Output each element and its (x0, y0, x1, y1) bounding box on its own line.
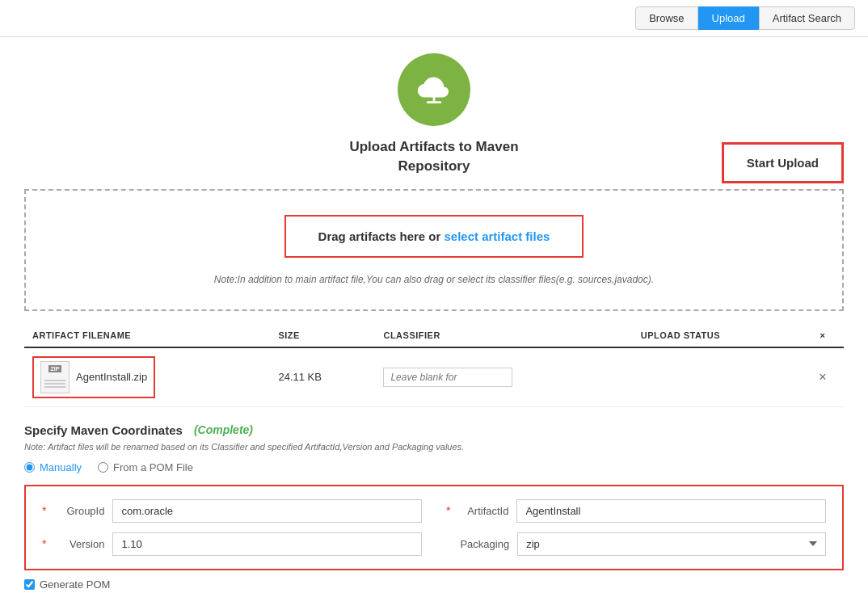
drop-zone[interactable]: Drag artifacts here or select artifact f… (24, 189, 844, 311)
packaging-label: Packaging (460, 538, 509, 550)
version-label: Version (56, 538, 104, 550)
col-remove-header: × (802, 324, 844, 347)
version-input[interactable] (112, 532, 422, 556)
file-cell: ZIP AgentInstall.zip (40, 361, 147, 393)
drop-zone-note: Note:In addition to main artifact file,Y… (214, 274, 654, 285)
artifactid-label: ArtifactId (460, 505, 508, 517)
file-row-highlight: ZIP AgentInstall.zip (32, 356, 155, 398)
table-row: ZIP AgentInstall.zip 24.11 KB (24, 347, 844, 407)
upload-icon-circle (398, 53, 470, 126)
main-content: Upload Artifacts to Maven Repository Sta… (0, 37, 868, 607)
pom-label: From a POM File (113, 461, 193, 473)
maven-title: Specify Maven Coordinates (24, 423, 183, 437)
classifier-cell (375, 347, 632, 407)
size-cell: 24.11 KB (270, 347, 375, 407)
generate-pom-checkbox[interactable] (24, 579, 35, 590)
start-upload-button[interactable]: Start Upload (722, 142, 844, 183)
classifier-input[interactable] (383, 368, 512, 387)
artifactid-field-row: * ArtifactId (446, 499, 826, 523)
packaging-select[interactable]: zip jar war ear pom (517, 532, 826, 556)
version-field-row: * Version (42, 532, 422, 556)
maven-coordinates-section: Specify Maven Coordinates (Complete) Not… (24, 423, 844, 591)
manually-label: Manually (40, 461, 82, 473)
generate-pom-label: Generate POM (40, 578, 110, 591)
file-icon-lines (44, 380, 65, 389)
remove-row-button[interactable]: × (802, 347, 844, 407)
artifact-search-button[interactable]: Artifact Search (759, 6, 855, 30)
browse-button[interactable]: Browse (635, 6, 697, 30)
filename-text: AgentInstall.zip (76, 371, 147, 383)
pom-radio[interactable] (98, 462, 108, 473)
filename-cell: ZIP AgentInstall.zip (24, 347, 270, 407)
zip-label: ZIP (48, 365, 62, 372)
groupid-field-row: * GroupId (42, 499, 422, 523)
manually-radio[interactable] (24, 462, 35, 473)
artifactid-input[interactable] (516, 499, 826, 523)
upload-button[interactable]: Upload (698, 6, 759, 30)
drop-zone-inner: Drag artifacts here or select artifact f… (284, 215, 584, 258)
packaging-field-row: * Packaging zip jar war ear pom (446, 532, 826, 556)
version-required-star: * (42, 537, 46, 550)
upload-cloud-icon (414, 69, 454, 110)
upload-title: Upload Artifacts to Maven Repository (349, 137, 518, 176)
file-icon: ZIP (40, 361, 70, 393)
col-status-header: Upload Status (633, 324, 802, 347)
maven-note: Note: Artifact files will be renamed bas… (24, 442, 844, 452)
generate-pom-row: Generate POM (24, 578, 844, 591)
col-classifier-header: Classifier (375, 324, 632, 347)
radio-row: Manually From a POM File (24, 461, 844, 473)
manually-radio-option[interactable]: Manually (24, 461, 82, 473)
pom-radio-option[interactable]: From a POM File (98, 461, 193, 473)
groupid-required-star: * (42, 504, 46, 517)
status-cell (633, 347, 802, 407)
artifacts-table: Artifact Filename Size Classifier Upload… (24, 324, 844, 407)
artifactid-required-star: * (446, 504, 450, 517)
packaging-spacer: * (446, 537, 450, 550)
maven-header: Specify Maven Coordinates (Complete) (24, 423, 844, 437)
drag-text: Drag artifacts here or (318, 229, 445, 243)
select-files-link[interactable]: select artifact files (444, 229, 550, 243)
groupid-label: GroupId (56, 505, 104, 517)
top-navigation: Browse Upload Artifact Search (0, 0, 868, 37)
maven-status: (Complete) (194, 423, 253, 436)
groupid-input[interactable] (112, 499, 422, 523)
col-filename-header: Artifact Filename (24, 324, 270, 347)
col-size-header: Size (270, 324, 375, 347)
maven-form-box: * GroupId * ArtifactId * Version * Packa… (24, 485, 844, 570)
